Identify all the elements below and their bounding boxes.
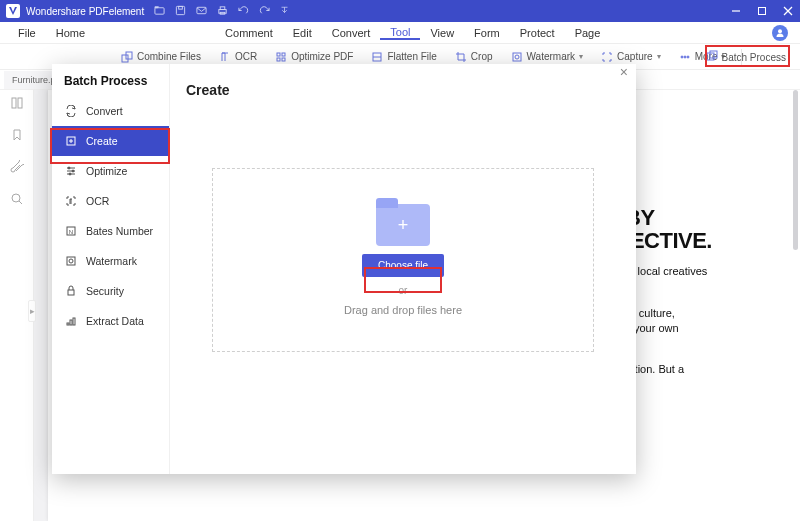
tool-batch-process[interactable]: Batch Process	[706, 44, 786, 70]
save-icon[interactable]	[175, 5, 186, 18]
sidebar-item-extract[interactable]: Extract Data	[52, 306, 169, 336]
dialog-sidebar: Batch Process Convert Create Optimize OC…	[52, 64, 170, 474]
svg-rect-44	[68, 290, 74, 295]
sidebar-item-create[interactable]: Create	[52, 126, 169, 156]
capture-icon	[601, 51, 613, 63]
open-icon[interactable]	[154, 5, 165, 18]
svg-rect-47	[73, 318, 75, 325]
sidebar-item-watermark[interactable]: Watermark	[52, 246, 169, 276]
tool-flatten-file[interactable]: Flatten File	[365, 51, 442, 63]
bates-icon: N	[64, 224, 78, 238]
menu-tool[interactable]: Tool	[380, 26, 420, 40]
tool-crop[interactable]: Crop	[449, 51, 499, 63]
choose-file-button[interactable]: Choose file	[362, 254, 444, 277]
more-icon	[679, 51, 691, 63]
menu-protect[interactable]: Protect	[510, 27, 565, 39]
sidebar-item-bates[interactable]: NBates Number	[52, 216, 169, 246]
svg-rect-42	[67, 257, 75, 265]
panel-expand-handle[interactable]: ▸	[28, 300, 36, 322]
quick-access-toolbar	[154, 5, 289, 18]
svg-point-29	[12, 194, 20, 202]
dialog-title: Create	[170, 64, 636, 98]
svg-point-11	[778, 29, 782, 33]
dialog-main: × Create + Choose file or Drag and drop …	[170, 64, 636, 474]
svg-point-38	[72, 170, 74, 172]
tool-ocr[interactable]: OCR	[213, 51, 263, 63]
menu-form[interactable]: Form	[464, 27, 510, 39]
svg-point-37	[68, 167, 70, 169]
svg-point-39	[69, 173, 71, 175]
convert-icon	[64, 104, 78, 118]
search-icon[interactable]	[10, 192, 24, 210]
svg-rect-20	[513, 53, 521, 61]
watermark-icon	[511, 51, 523, 63]
svg-rect-15	[282, 53, 285, 56]
security-icon	[64, 284, 78, 298]
svg-rect-17	[282, 58, 285, 61]
menu-convert[interactable]: Convert	[322, 27, 381, 39]
optimize-item-icon	[64, 164, 78, 178]
attachment-icon[interactable]	[10, 160, 24, 178]
menu-home[interactable]: Home	[46, 27, 95, 39]
svg-rect-46	[70, 320, 72, 325]
svg-rect-5	[220, 6, 225, 9]
qat-customize-icon[interactable]	[280, 5, 289, 18]
extract-icon	[64, 314, 78, 328]
svg-rect-28	[18, 98, 22, 108]
svg-rect-14	[277, 53, 280, 56]
svg-rect-27	[12, 98, 16, 108]
menu-comment[interactable]: Comment	[215, 27, 283, 39]
sidebar-item-convert[interactable]: Convert	[52, 96, 169, 126]
svg-point-24	[687, 56, 689, 58]
or-text: or	[399, 285, 408, 296]
menu-page[interactable]: Page	[565, 27, 611, 39]
menu-bar: File Home Comment Edit Convert Tool View…	[0, 22, 800, 44]
sidebar-item-security[interactable]: Security	[52, 276, 169, 306]
watermark-item-icon	[64, 254, 78, 268]
menu-view[interactable]: View	[420, 27, 464, 39]
ocr-item-icon	[64, 194, 78, 208]
tool-capture[interactable]: Capture▾	[595, 51, 667, 63]
create-icon	[64, 134, 78, 148]
tool-optimize-pdf[interactable]: Optimize PDF	[269, 51, 359, 63]
svg-rect-45	[67, 323, 69, 325]
svg-point-22	[681, 56, 683, 58]
svg-rect-3	[197, 7, 206, 13]
drag-drop-text: Drag and drop files here	[344, 304, 462, 316]
app-logo-icon	[6, 4, 20, 18]
user-avatar-icon[interactable]	[772, 25, 788, 41]
svg-point-21	[515, 55, 519, 59]
svg-point-23	[684, 56, 686, 58]
sidebar-item-optimize[interactable]: Optimize	[52, 156, 169, 186]
svg-rect-0	[155, 7, 164, 13]
svg-point-43	[69, 259, 73, 263]
mail-icon[interactable]	[196, 5, 207, 18]
thumbnails-icon[interactable]	[10, 96, 24, 114]
svg-rect-1	[177, 6, 185, 14]
ocr-icon	[219, 51, 231, 63]
dialog-close-icon[interactable]: ×	[620, 64, 628, 80]
optimize-icon	[275, 51, 287, 63]
file-dropzone[interactable]: + Choose file or Drag and drop files her…	[212, 168, 594, 352]
svg-rect-2	[179, 6, 183, 9]
title-bar: Wondershare PDFelement	[0, 0, 800, 22]
vertical-scrollbar[interactable]	[793, 90, 798, 250]
redo-icon[interactable]	[259, 5, 270, 18]
bookmark-icon[interactable]	[10, 128, 24, 146]
svg-rect-8	[759, 8, 766, 15]
print-icon[interactable]	[217, 5, 228, 18]
undo-icon[interactable]	[238, 5, 249, 18]
close-button[interactable]	[782, 5, 794, 17]
menu-edit[interactable]: Edit	[283, 27, 322, 39]
svg-text:N: N	[69, 229, 73, 235]
app-title: Wondershare PDFelement	[26, 6, 144, 17]
tool-watermark[interactable]: Watermark▾	[505, 51, 590, 63]
menu-file[interactable]: File	[8, 27, 46, 39]
dialog-sidebar-title: Batch Process	[52, 74, 169, 96]
combine-icon	[121, 51, 133, 63]
minimize-button[interactable]	[730, 5, 742, 17]
sidebar-item-ocr[interactable]: OCR	[52, 186, 169, 216]
folder-plus-icon: +	[376, 204, 430, 246]
maximize-button[interactable]	[756, 5, 768, 17]
tool-combine-files[interactable]: Combine Files	[115, 51, 207, 63]
